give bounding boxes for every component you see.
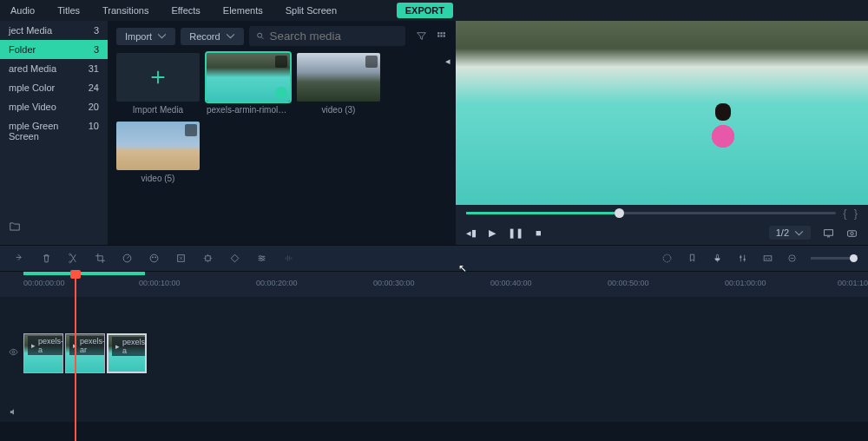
check-icon — [275, 87, 287, 99]
sidebar-item-folder[interactable]: Folder3 — [0, 40, 108, 59]
sidebar-item-label: ject Media — [9, 25, 52, 36]
mark-out-bracket[interactable]: } — [854, 207, 858, 220]
stop-button[interactable]: ■ — [536, 227, 542, 238]
search-media-box[interactable] — [249, 26, 405, 46]
ruler-tick: 00:00:40:00 — [490, 279, 532, 287]
tab-elements[interactable]: Elements — [220, 3, 266, 17]
chevron-down-icon — [794, 228, 804, 238]
ruler-tick: 00:00:20:00 — [256, 279, 298, 287]
media-thumb[interactable]: video (5) — [116, 122, 200, 183]
sidebar-item-count: 24 — [89, 82, 99, 93]
media-thumb[interactable]: pexels-armin-rimoldi-... — [207, 53, 290, 115]
render-icon[interactable] — [661, 253, 673, 264]
sidebar-item-shared-media[interactable]: ared Media31 — [0, 59, 108, 78]
redo-icon[interactable] — [14, 253, 25, 264]
audio-track[interactable] — [0, 401, 868, 422]
preview-video[interactable] — [456, 21, 868, 205]
tab-transitions[interactable]: Transitions — [99, 3, 152, 17]
display-icon[interactable] — [823, 227, 834, 239]
tab-effects[interactable]: Effects — [168, 3, 203, 17]
svg-rect-17 — [206, 256, 210, 260]
thumb-label: video (3) — [297, 105, 380, 115]
import-media-tile[interactable]: Import Media — [116, 53, 200, 115]
zoom-out-icon[interactable] — [787, 253, 797, 263]
speaker-icon[interactable] — [9, 407, 18, 417]
clip-label: pexels-ar — [80, 337, 105, 354]
progress-handle[interactable] — [615, 208, 624, 218]
thumb-label: video (5) — [116, 174, 200, 183]
color-icon[interactable] — [148, 253, 160, 264]
tab-audio[interactable]: Audio — [7, 3, 38, 17]
timeline-clip[interactable]: ▸pexels-ar — [65, 333, 105, 373]
work-area-range[interactable] — [23, 272, 145, 275]
svg-point-18 — [260, 255, 261, 257]
svg-point-20 — [260, 260, 262, 261]
delete-icon[interactable] — [41, 253, 52, 264]
import-dropdown[interactable]: Import — [116, 28, 175, 45]
timeline-ruler[interactable]: 00:00:00:00 00:00:10:00 00:00:20:00 00:0… — [0, 271, 868, 297]
sidebar-item-sample-color[interactable]: mple Color24 — [0, 78, 108, 97]
snapshot-icon[interactable] — [846, 227, 858, 239]
split-icon[interactable] — [68, 253, 79, 264]
ruler-tick: 00:01:10 — [838, 279, 868, 287]
timeline-clip[interactable]: ▸pexels-a — [23, 333, 63, 373]
keyframe-icon[interactable] — [229, 253, 240, 264]
media-type-icon — [275, 56, 287, 68]
play-button[interactable]: ▶ — [489, 227, 496, 239]
scale-value: 1/2 — [776, 227, 789, 238]
zoom-handle[interactable] — [850, 254, 858, 262]
sidebar-item-count: 10 — [89, 121, 99, 142]
mark-in-bracket[interactable]: { — [843, 207, 846, 220]
grid-view-icon[interactable] — [436, 30, 447, 42]
tab-split-screen[interactable]: Split Screen — [282, 3, 340, 17]
marker-icon[interactable] — [687, 253, 698, 264]
new-folder-button[interactable] — [0, 215, 108, 240]
timeline-tracks[interactable]: ▸pexels-a ▸pexels-ar ▸pexels-a — [0, 297, 868, 401]
tab-titles[interactable]: Titles — [54, 3, 83, 17]
pause-button[interactable]: ❚❚ — [508, 227, 523, 239]
svg-rect-5 — [440, 35, 442, 36]
plus-icon — [148, 68, 168, 87]
sidebar-item-sample-video[interactable]: mple Video20 — [0, 97, 108, 116]
speed-icon[interactable] — [122, 253, 133, 264]
crop-icon[interactable] — [95, 253, 106, 264]
caption-icon[interactable] — [762, 253, 773, 264]
timeline-clip-selected[interactable]: ▸pexels-a — [107, 333, 147, 373]
zoom-slider[interactable] — [811, 257, 854, 260]
preview-progress[interactable] — [466, 212, 836, 214]
audio-mixer-icon[interactable] — [737, 253, 748, 264]
prev-frame-button[interactable]: ◂▮ — [466, 227, 477, 239]
media-panel: Import Record ◂ Import Media pexels-armi… — [108, 21, 456, 245]
media-type-icon — [365, 56, 378, 68]
scale-dropdown[interactable]: 1/2 — [769, 226, 811, 240]
media-thumb[interactable]: video (3) — [297, 53, 380, 115]
collapse-handle[interactable]: ◂ — [443, 56, 454, 67]
green-screen-icon[interactable] — [175, 253, 187, 264]
sidebar-item-label: ared Media — [9, 63, 56, 74]
sidebar-item-count: 3 — [94, 44, 99, 55]
search-icon — [256, 31, 265, 41]
svg-rect-1 — [437, 32, 439, 34]
ruler-tick: 00:00:30:00 — [373, 279, 415, 287]
media-sidebar: ject Media3 Folder3 ared Media31 mple Co… — [0, 21, 108, 245]
sidebar-item-project-media[interactable]: ject Media3 — [0, 21, 108, 40]
sidebar-item-count: 31 — [89, 63, 99, 74]
sidebar-item-sample-green-screen[interactable]: mple Green Screen10 — [0, 116, 108, 146]
playhead[interactable] — [75, 272, 76, 441]
export-button[interactable]: EXPORT — [397, 3, 453, 18]
adjust-icon[interactable] — [256, 253, 267, 264]
dropdown-label: Record — [189, 31, 220, 42]
filter-icon[interactable] — [416, 30, 427, 42]
svg-point-10 — [69, 253, 71, 255]
voiceover-icon[interactable] — [712, 253, 723, 264]
track-visibility-icon[interactable] — [9, 347, 18, 357]
ruler-tick: 00:01:00:00 — [725, 279, 766, 287]
search-input[interactable] — [270, 30, 398, 43]
sidebar-item-label: Folder — [9, 44, 36, 55]
clip-label: pexels-a — [38, 337, 63, 354]
record-dropdown[interactable]: Record — [181, 28, 243, 45]
folder-icon — [9, 220, 21, 233]
chevron-down-icon — [157, 31, 167, 41]
audio-adjust-icon[interactable] — [283, 253, 294, 264]
motion-track-icon[interactable] — [202, 253, 214, 264]
